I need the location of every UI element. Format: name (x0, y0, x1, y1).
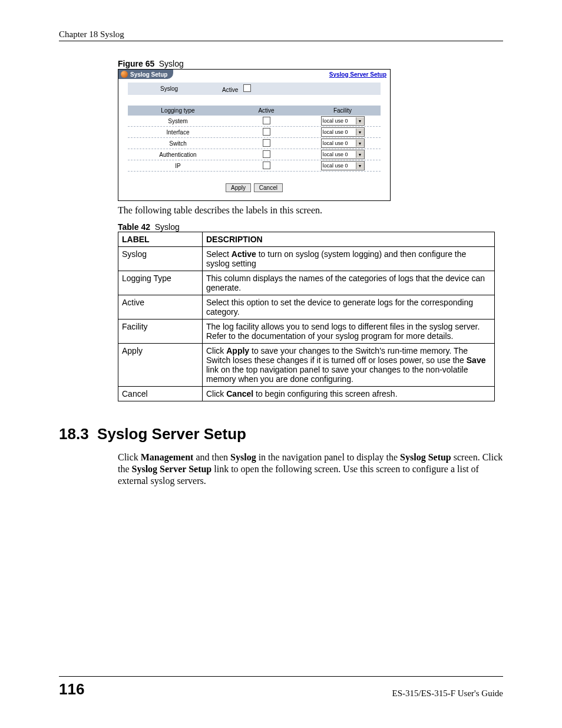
figure-caption: Figure 65 Syslog (118, 59, 503, 69)
log-type: IP (128, 163, 228, 169)
figure-caption-text: Syslog (159, 59, 184, 68)
table-row: Facility The log facility allows you to … (118, 319, 495, 344)
cell-desc: Click Cancel to begin configuring this s… (203, 387, 495, 401)
section-title: Syslog Server Setup (97, 425, 246, 443)
syslog-active-row: Syslog Active (128, 83, 381, 95)
doc-title: ES-315/ES-315-F User's Guide (392, 689, 503, 699)
table-row: Active Select this option to set the dev… (118, 295, 495, 319)
screenshot-panel: Syslog Setup Syslog Server Setup Syslog … (118, 69, 391, 201)
cell-desc: This column displays the names of the ca… (203, 271, 495, 295)
log-active-checkbox[interactable] (263, 139, 270, 147)
chevron-down-icon: ▼ (356, 162, 364, 169)
chevron-down-icon: ▼ (356, 117, 364, 124)
facility-select[interactable]: local use 0▼ (321, 116, 365, 126)
cell-label: Logging Type (118, 271, 203, 295)
log-type: Switch (128, 140, 228, 147)
log-row: IP local use 0▼ (128, 160, 381, 172)
log-type: Authentication (128, 151, 228, 158)
table-row: Logging Type This column displays the na… (118, 271, 495, 295)
table-caption: Table 42 Syslog (118, 222, 503, 232)
log-active-checkbox[interactable] (263, 162, 270, 169)
panel-title: Syslog Setup (130, 71, 167, 78)
table-row: Apply Click Apply to save your changes t… (118, 344, 495, 387)
log-active-checkbox[interactable] (263, 128, 270, 136)
running-header: Chapter 18 Syslog (59, 29, 503, 41)
log-row: Authentication local use 0▼ (128, 149, 381, 160)
log-row: Switch local use 0▼ (128, 138, 381, 149)
chevron-down-icon: ▼ (356, 129, 364, 136)
syslog-server-setup-link[interactable]: Syslog Server Setup (329, 71, 386, 78)
log-row: Interface local use 0▼ (128, 127, 381, 138)
intro-paragraph: The following table describes the labels… (118, 205, 503, 216)
cell-desc: Select Active to turn on syslog (system … (203, 247, 495, 271)
section-paragraph: Click Management and then Syslog in the … (118, 452, 503, 487)
table-row: Syslog Select Active to turn on syslog (… (118, 247, 495, 271)
chevron-down-icon: ▼ (356, 151, 364, 158)
table-caption-text: Syslog (155, 222, 180, 232)
log-active-checkbox[interactable] (263, 117, 270, 124)
log-type: Interface (128, 129, 228, 136)
cell-desc: The log facility allows you to send logs… (203, 319, 495, 344)
apply-button[interactable]: Apply (226, 183, 251, 192)
col-facility: Facility (305, 106, 381, 116)
table-label: Table 42 (118, 222, 150, 232)
cell-desc: Select this option to set the device to … (203, 295, 495, 319)
col-active: Active (228, 106, 305, 116)
cell-label: Active (118, 295, 203, 319)
log-table-header: Logging type Active Facility (128, 106, 381, 116)
log-row: System local use 0▼ (128, 116, 381, 127)
cell-desc: Click Apply to save your changes to the … (203, 344, 495, 387)
facility-select[interactable]: local use 0▼ (321, 139, 365, 148)
cell-label: Syslog (118, 247, 203, 271)
th-label: LABEL (118, 232, 203, 247)
figure-label: Figure 65 (118, 59, 154, 68)
cell-label: Apply (118, 344, 203, 387)
section-number: 18.3 (59, 425, 89, 443)
description-table: LABEL DESCRIPTION Syslog Select Active t… (118, 232, 495, 401)
log-active-checkbox[interactable] (263, 150, 270, 158)
page-footer: 116 ES-315/ES-315-F User's Guide (59, 676, 503, 699)
cancel-button[interactable]: Cancel (254, 183, 283, 192)
table-row: Cancel Click Cancel to begin configuring… (118, 387, 495, 401)
facility-select[interactable]: local use 0▼ (321, 150, 365, 159)
cell-label: Cancel (118, 387, 203, 401)
facility-select[interactable]: local use 0▼ (321, 161, 365, 170)
panel-title-tab: Syslog Setup (118, 70, 173, 79)
facility-select[interactable]: local use 0▼ (321, 127, 365, 137)
syslog-active-checkbox[interactable] (243, 84, 251, 92)
panel-title-icon (121, 71, 128, 78)
syslog-label: Syslog (128, 85, 210, 92)
section-heading: 18.3 Syslog Server Setup (59, 425, 503, 443)
cell-label: Facility (118, 319, 203, 344)
page-number: 116 (59, 680, 84, 699)
th-description: DESCRIPTION (203, 232, 495, 247)
col-logging-type: Logging type (128, 106, 228, 116)
log-type: System (128, 118, 228, 124)
chevron-down-icon: ▼ (356, 140, 364, 147)
active-label: Active (222, 87, 238, 93)
